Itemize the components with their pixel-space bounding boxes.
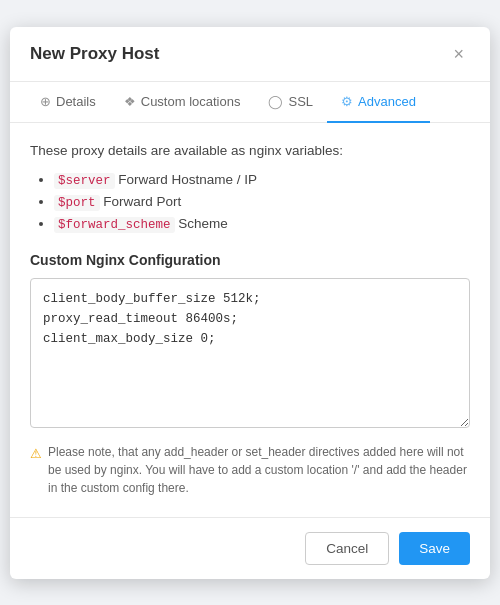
modal-title: New Proxy Host <box>30 44 159 64</box>
config-textarea[interactable]: client_body_buffer_size 512k; proxy_read… <box>30 278 470 428</box>
variable-scheme-desc: Scheme <box>178 216 228 231</box>
tabs-container: ⊕ Details ❖ Custom locations ◯ SSL ⚙ Adv… <box>10 82 490 123</box>
modal-footer: Cancel Save <box>10 517 490 579</box>
variable-server-code: $server <box>54 173 115 189</box>
tab-details[interactable]: ⊕ Details <box>26 82 110 123</box>
variable-server-desc: Forward Hostname / IP <box>118 172 257 187</box>
list-item: $server Forward Hostname / IP <box>54 172 470 188</box>
variable-port-desc: Forward Port <box>103 194 181 209</box>
tab-custom-locations[interactable]: ❖ Custom locations <box>110 82 255 123</box>
ssl-icon: ◯ <box>268 94 283 109</box>
modal-body: These proxy details are available as ngi… <box>10 123 490 517</box>
details-icon: ⊕ <box>40 94 51 109</box>
tab-advanced-label: Advanced <box>358 94 416 109</box>
modal-dialog: New Proxy Host × ⊕ Details ❖ Custom loca… <box>10 27 490 579</box>
tab-custom-locations-label: Custom locations <box>141 94 241 109</box>
config-section-title: Custom Nginx Configuration <box>30 252 470 268</box>
list-item: $forward_scheme Scheme <box>54 216 470 232</box>
custom-locations-icon: ❖ <box>124 94 136 109</box>
info-text: These proxy details are available as ngi… <box>30 143 470 158</box>
tab-ssl-label: SSL <box>288 94 313 109</box>
warning-text: Please note, that any add_header or set_… <box>48 443 470 497</box>
warning-icon: ⚠ <box>30 444 42 464</box>
advanced-icon: ⚙ <box>341 94 353 109</box>
warning-container: ⚠ Please note, that any add_header or se… <box>30 443 470 497</box>
cancel-button[interactable]: Cancel <box>305 532 389 565</box>
modal-overlay: New Proxy Host × ⊕ Details ❖ Custom loca… <box>0 0 500 605</box>
tab-details-label: Details <box>56 94 96 109</box>
list-item: $port Forward Port <box>54 194 470 210</box>
variable-port-code: $port <box>54 195 100 211</box>
variable-scheme-code: $forward_scheme <box>54 217 175 233</box>
tab-advanced[interactable]: ⚙ Advanced <box>327 82 430 123</box>
save-button[interactable]: Save <box>399 532 470 565</box>
variable-list: $server Forward Hostname / IP $port Forw… <box>30 172 470 232</box>
tab-ssl[interactable]: ◯ SSL <box>254 82 327 123</box>
modal-header: New Proxy Host × <box>10 27 490 82</box>
close-button[interactable]: × <box>447 43 470 65</box>
